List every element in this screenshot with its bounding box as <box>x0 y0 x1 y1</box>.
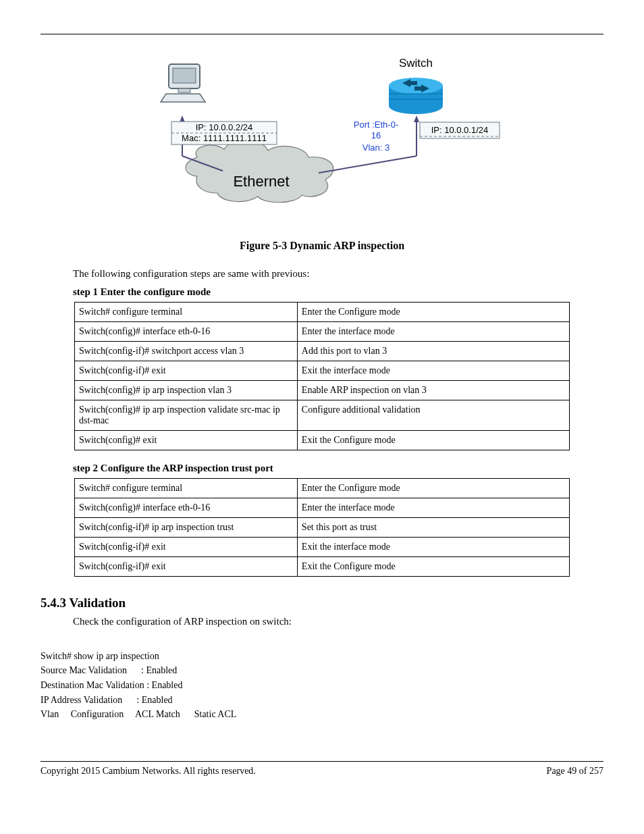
footer-page: Page 49 of 257 <box>547 766 603 777</box>
validation-intro: Check the configuration of ARP inspectio… <box>41 616 603 627</box>
svg-text:Vlan: 3: Vlan: 3 <box>363 142 390 153</box>
table-row: Switch(config)# interface eth-0-16Enter … <box>75 498 570 518</box>
svg-point-13 <box>389 78 443 94</box>
footer-copyright: Copyright 2015 Cambium Networks. All rig… <box>41 766 256 777</box>
page-footer: Copyright 2015 Cambium Networks. All rig… <box>41 766 603 777</box>
section-validation-head: 5.4.3 Validation <box>41 596 603 610</box>
pc-ip: IP: 10.0.0.2/24 <box>196 122 253 132</box>
svg-line-4 <box>319 156 417 173</box>
step1-table: Switch# configure terminalEnter the Conf… <box>74 302 570 450</box>
switch-ip: IP: 10.0.0.1/24 <box>431 125 489 135</box>
svg-text:16: 16 <box>371 130 381 140</box>
top-rule <box>41 34 603 34</box>
validation-output: Switch# show ip arp inspection Source Ma… <box>41 634 603 737</box>
table-row: Switch(config-if)# exitExit the Configur… <box>75 557 570 577</box>
step2-head: step 2 Configure the ARP inspection trus… <box>41 463 603 474</box>
table-row: Switch# configure terminalEnter the Conf… <box>75 479 570 498</box>
table-row: Switch(config)# exitExit the Configure m… <box>75 431 570 450</box>
pc-icon <box>161 64 205 102</box>
pc-label-box: IP: 10.0.0.2/24 Mac: 1111.1111.1111 <box>171 122 277 145</box>
switch-icon: Switch <box>389 57 443 114</box>
svg-rect-7 <box>173 68 196 83</box>
svg-rect-8 <box>178 88 190 93</box>
switch-label: Switch <box>399 57 433 70</box>
switch-ip-box: IP: 10.0.0.1/24 <box>420 122 500 138</box>
diagram-caption: Figure 5-3 Dynamic ARP inspection <box>41 240 603 252</box>
svg-marker-5 <box>414 115 419 122</box>
table-row: Switch(config)# interface eth-0-16Enter … <box>75 322 570 342</box>
svg-text:Port :Eth-0-: Port :Eth-0- <box>354 120 398 130</box>
diagram-svg: Ethernet IP: 10.0.0.2/24 Mac: 1111.1111.… <box>143 55 501 224</box>
table-row: Switch# configure terminalEnter the Conf… <box>75 303 570 322</box>
step1-head: step 1 Enter the configure mode <box>41 286 603 298</box>
table-row: Switch(config-if)# exitExit the interfac… <box>75 361 570 381</box>
footer-rule <box>41 761 603 762</box>
steps-intro: The following configuration steps are sa… <box>41 268 603 280</box>
table-row: Switch(config-if)# switchport access vla… <box>75 342 570 361</box>
table-row: Switch(config-if)# ip arp inspection tru… <box>75 518 570 538</box>
pc-mac: Mac: 1111.1111.1111 <box>182 133 267 143</box>
port-annotation: Port :Eth-0- 16 Vlan: 3 <box>354 120 398 153</box>
table-row: Switch(config-if)# exitExit the interfac… <box>75 538 570 557</box>
table-row: Switch(config)# ip arp inspection vlan 3… <box>75 381 570 400</box>
cloud-label: Ethernet <box>233 173 289 190</box>
table-row: Switch(config)# ip arp inspection valida… <box>75 400 570 431</box>
topology-diagram: Ethernet IP: 10.0.0.2/24 Mac: 1111.1111.… <box>143 55 501 226</box>
step2-table: Switch# configure terminalEnter the Conf… <box>74 478 570 577</box>
